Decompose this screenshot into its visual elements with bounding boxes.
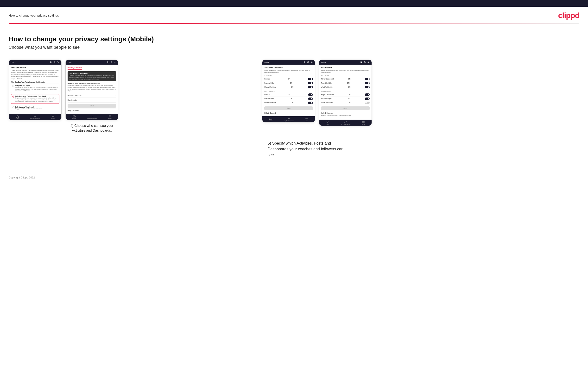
search-icon-2: [106, 61, 109, 63]
toggle4-followers-insights: Round Insights ON: [321, 97, 370, 101]
phone2-body: Privacy Controls Only You and Your Coach…: [66, 65, 118, 114]
toggle4-followers-insights-switch[interactable]: [365, 98, 370, 100]
toggle4-followers-workon-label: What To Work On: [321, 102, 333, 103]
option-everyone[interactable]: Everyone on Clippd Everyone on Clippd ca…: [11, 83, 59, 93]
svg-point-21: [361, 61, 362, 63]
svg-line-22: [362, 62, 363, 63]
phone-mockup-3: ‹ Back Activities and Posts Select the t…: [262, 59, 315, 123]
toggle4-coaches-insights-label: Round Insights: [321, 82, 331, 84]
people-icon-4: [364, 61, 366, 63]
phone4-save-btn[interactable]: Save: [321, 106, 370, 110]
tooltip-title: Only You and Your Coach: [69, 73, 115, 74]
toggle4-coaches-workon-label: What To Work On: [321, 86, 333, 88]
toggle-followers-manual-switch[interactable]: [308, 102, 313, 104]
nav-home-2[interactable]: Home: [72, 115, 76, 119]
search-icon: [50, 61, 52, 63]
option-coach-only[interactable]: Only You and Your Coach Only you and the…: [11, 105, 59, 111]
nav-menu-3[interactable]: Menu: [305, 117, 308, 122]
nav-home-4[interactable]: Home: [326, 121, 329, 125]
phone2-back-label: Back: [69, 61, 72, 63]
people-icon: [53, 61, 56, 63]
phone3-coaches-label: COACHES: [264, 75, 313, 77]
phone1-topbar: ‹ Back: [9, 60, 61, 65]
phone2-back-btn[interactable]: ‹ Back: [68, 61, 72, 63]
toggle4-followers-dashboard-switch[interactable]: [365, 93, 370, 96]
phone4-help-text: Visit our Clippd community to troublesho…: [321, 114, 370, 116]
nav-performance-4[interactable]: My Performance: [341, 121, 350, 125]
option-everyone-label: Everyone on Clippd: [15, 85, 58, 86]
show-hide-text: Regardless of the privacy controls that …: [68, 84, 116, 92]
toggle4-coaches-dashboard-label: Player Dashboard: [321, 78, 334, 80]
toggle4-coaches-insights: Round Insights ON: [321, 81, 370, 85]
performance-icon-3: [287, 117, 290, 120]
toggle-followers-rounds-label: Rounds: [264, 94, 270, 95]
option-coach-desc: Only you and the coaches you connect wit…: [15, 108, 42, 110]
phone-group-4: ‹ Back Dashboards Select the dashboards …: [319, 59, 372, 126]
phone4-coaches-label: COACHES: [321, 75, 370, 77]
nav-performance-1[interactable]: My Performance: [30, 115, 40, 119]
toggle4-followers-workon: What To Work On ON: [321, 101, 370, 105]
toggle-followers-rounds: Rounds ON: [264, 93, 313, 97]
option-followers-label: Only Approved Followers and Your Coach: [15, 95, 58, 97]
phone4-back-btn[interactable]: ‹ Back: [321, 61, 326, 63]
svg-point-10: [114, 62, 115, 62]
settings-icon-3: [311, 61, 313, 63]
phone4-help: Help & Support: [321, 111, 370, 114]
toggle-followers-rounds-switch[interactable]: [308, 93, 313, 96]
phone2-tooltip: Only You and Your Coach Only you and the…: [68, 71, 116, 81]
radio-everyone: [12, 85, 14, 87]
toggle-coaches-manual-label: Manual Activities: [264, 86, 276, 88]
phone3-save-btn[interactable]: Save: [264, 106, 313, 110]
toggle-coaches-rounds-switch[interactable]: [308, 78, 313, 80]
radio-coach-only: [12, 106, 14, 108]
breadcrumb: How to change your privacy settings: [9, 14, 59, 17]
nav-menu-1[interactable]: Menu: [52, 115, 55, 119]
chevron-right-icon-2: ›: [115, 99, 116, 101]
phone1-bottomnav: Home My Performance Menu: [9, 114, 61, 120]
screenshots-row: ‹ Back Privacy Controls Control how you …: [9, 59, 579, 133]
settings-icon-2: [114, 61, 116, 63]
toggle4-coaches-insights-switch[interactable]: [365, 82, 370, 84]
toggle4-coaches-workon: What To Work On ON: [321, 85, 370, 89]
phone3-section-text: Select the types of activity that you'd …: [264, 70, 313, 74]
toggle4-coaches-dashboard-switch[interactable]: [365, 78, 370, 80]
toggle-coaches-rounds: Rounds ON: [264, 77, 313, 81]
toggle-coaches-drills-label: Practice Drills: [264, 82, 274, 84]
nav-home-3[interactable]: Home: [269, 117, 273, 122]
svg-line-15: [305, 62, 306, 63]
nav-home-1[interactable]: Home: [16, 115, 19, 119]
phone1-back-btn[interactable]: ‹ Back: [11, 61, 16, 63]
nav-performance-2[interactable]: My Performance: [87, 115, 97, 119]
menu-icon: [52, 115, 55, 118]
nav-menu-4[interactable]: Menu: [362, 121, 365, 125]
settings-icon-4: [367, 61, 370, 63]
phone3-section-title: Activities and Posts: [264, 67, 313, 69]
phone2-icons: [106, 61, 116, 63]
phone3-back-btn[interactable]: ‹ Back: [264, 61, 269, 63]
phone4-back-label: Back: [322, 61, 326, 63]
toggle-followers-drills: Practice Drills ON: [264, 97, 313, 101]
page-title: How to change your privacy settings (Mob…: [9, 35, 579, 43]
phone2-save-btn[interactable]: Save: [68, 104, 116, 108]
svg-point-2: [54, 61, 55, 62]
phone3-body: Activities and Posts Select the types of…: [262, 65, 315, 116]
nav-performance-3[interactable]: My Performance: [284, 117, 294, 122]
toggle-followers-drills-switch[interactable]: [308, 98, 313, 100]
phone-group-1: ‹ Back Privacy Controls Control how you …: [9, 59, 61, 120]
search-icon-3: [303, 61, 306, 63]
toggle4-coaches-workon-switch[interactable]: [365, 86, 370, 88]
svg-point-23: [364, 61, 365, 62]
toggle-coaches-drills-switch[interactable]: [308, 82, 313, 84]
toggle4-followers-insights-label: Round Insights: [321, 98, 331, 100]
right-caption-row: 5) Specify which Activities, Posts and D…: [9, 137, 579, 158]
menu-dashboards[interactable]: Dashboards ›: [68, 98, 116, 103]
menu-activities[interactable]: Activities and Posts ›: [68, 93, 116, 98]
svg-point-9: [111, 61, 112, 62]
phone-mockup-1: ‹ Back Privacy Controls Control how you …: [9, 59, 61, 120]
menu-icon-2: [108, 115, 111, 117]
nav-menu-2[interactable]: Menu: [108, 115, 112, 119]
phone-group-3: ‹ Back Activities and Posts Select the t…: [262, 59, 315, 123]
toggle4-followers-workon-switch[interactable]: [365, 102, 370, 104]
toggle-coaches-manual-switch[interactable]: [308, 86, 313, 88]
option-followers[interactable]: Only Approved Followers and Your Coach O…: [11, 94, 59, 103]
